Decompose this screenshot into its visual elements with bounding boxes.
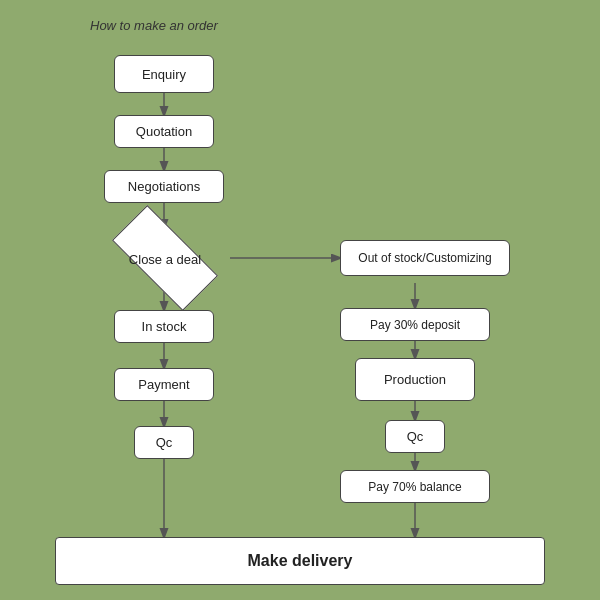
pay70-box: Pay 70% balance	[340, 470, 490, 503]
negotiations-box: Negotiations	[104, 170, 224, 203]
in-stock-box: In stock	[114, 310, 214, 343]
qc-left-box: Qc	[134, 426, 194, 459]
payment-box: Payment	[114, 368, 214, 401]
quotation-box: Quotation	[114, 115, 214, 148]
close-deal-diamond: Close a deal	[100, 228, 230, 290]
qc-right-box: Qc	[385, 420, 445, 453]
flowchart: How to make an order	[0, 0, 600, 600]
diagram-title: How to make an order	[90, 18, 218, 33]
enquiry-box: Enquiry	[114, 55, 214, 93]
out-of-stock-box: Out of stock/Customizing	[340, 240, 510, 276]
arrows	[0, 0, 600, 600]
production-box: Production	[355, 358, 475, 401]
delivery-box: Make delivery	[55, 537, 545, 585]
pay30-box: Pay 30% deposit	[340, 308, 490, 341]
